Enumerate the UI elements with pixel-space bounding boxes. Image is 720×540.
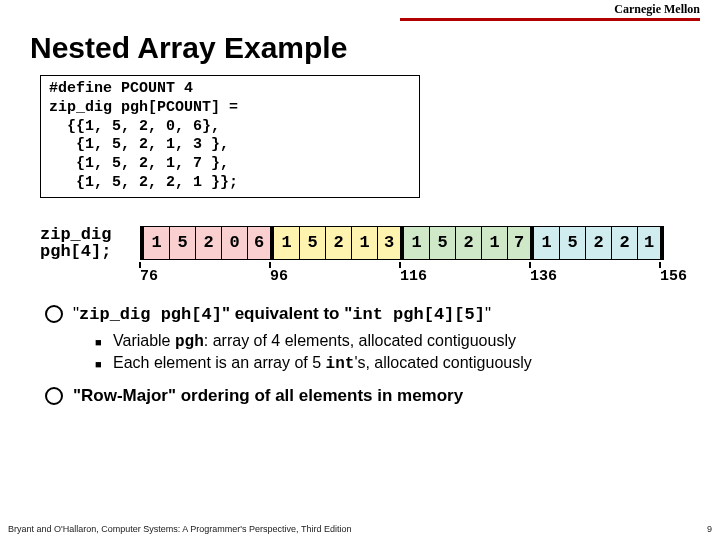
tick: 76 — [140, 268, 158, 285]
address-ticks: 76 96 116 136 156 — [140, 262, 720, 285]
sub-bullets: Variable pgh: array of 4 elements, alloc… — [45, 332, 690, 373]
cell: 2 — [586, 226, 612, 260]
sub-bullet-1: Variable pgh: array of 4 elements, alloc… — [95, 332, 690, 351]
s2a: Each element is an array of 5 — [113, 354, 326, 371]
cell: 1 — [534, 226, 560, 260]
tick: 96 — [270, 268, 288, 285]
cell: 5 — [170, 226, 196, 260]
cell: 2 — [196, 226, 222, 260]
cell: 2 — [612, 226, 638, 260]
array-label-line2: pgh[4]; — [40, 242, 111, 261]
cell: 6 — [248, 226, 274, 260]
footer: Bryant and O'Hallaron, Computer Systems:… — [8, 524, 712, 534]
s2code: int — [326, 355, 355, 373]
cell: 1 — [404, 226, 430, 260]
sub-bullet-2: Each element is an array of 5 int's, all… — [95, 354, 690, 373]
tick: 156 — [660, 268, 687, 285]
footer-left: Bryant and O'Hallaron, Computer Systems:… — [8, 524, 351, 534]
bullet-2: "Row-Major" ordering of all elements in … — [45, 385, 690, 408]
bullet-list: "zip_dig pgh[4]" equivalent to "int pgh[… — [45, 303, 690, 409]
cell: 1 — [638, 226, 664, 260]
cell: 0 — [222, 226, 248, 260]
code-box: #define PCOUNT 4 zip_dig pgh[PCOUNT] = {… — [40, 75, 420, 198]
cell: 1 — [274, 226, 300, 260]
b1-code1: zip_dig pgh[4] — [79, 305, 222, 324]
cell: 1 — [352, 226, 378, 260]
cell: 5 — [300, 226, 326, 260]
cell: 1 — [144, 226, 170, 260]
s1a: Variable — [113, 332, 175, 349]
page-number: 9 — [707, 524, 712, 534]
tick: 136 — [530, 268, 557, 285]
slide-title: Nested Array Example — [0, 21, 720, 75]
bullet-1: "zip_dig pgh[4]" equivalent to "int pgh[… — [45, 303, 690, 327]
header: Carnegie Mellon — [0, 0, 720, 18]
array-label: zip_dig pgh[4]; — [40, 226, 140, 260]
cell: 5 — [430, 226, 456, 260]
b1-code2: int pgh[4][5] — [352, 305, 485, 324]
array-block: zip_dig pgh[4]; 1 5 2 0 6 1 5 2 1 3 1 5 … — [40, 226, 720, 260]
s1b: : array of 4 elements, allocated contigu… — [204, 332, 516, 349]
array-cells: 1 5 2 0 6 1 5 2 1 3 1 5 2 1 7 1 5 2 2 1 — [140, 226, 664, 260]
b1-mid: " equivalent to " — [222, 304, 352, 323]
cell: 7 — [508, 226, 534, 260]
cell: 5 — [560, 226, 586, 260]
tick: 116 — [400, 268, 427, 285]
cm-logo: Carnegie Mellon — [614, 2, 700, 17]
cell: 2 — [326, 226, 352, 260]
b2-text: "Row-Major" ordering of all elements in … — [73, 385, 463, 408]
s2b: 's, allocated contiguously — [354, 354, 531, 371]
s1code: pgh — [175, 333, 204, 351]
bullet-marker — [45, 305, 63, 323]
bullet-marker — [45, 387, 63, 405]
cell: 3 — [378, 226, 404, 260]
cell: 2 — [456, 226, 482, 260]
b1-post: " — [485, 304, 491, 323]
cell: 1 — [482, 226, 508, 260]
